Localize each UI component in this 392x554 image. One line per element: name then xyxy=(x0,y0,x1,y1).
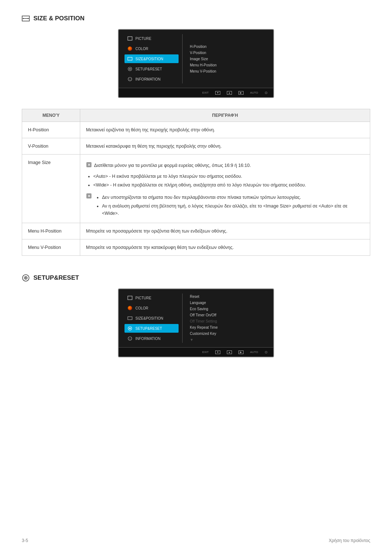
desc-cell: ✕ Διατίθεται μόνον για τα μοντέλα με φορ… xyxy=(80,155,370,223)
monitor-item-label: SIZE&POSITION xyxy=(135,57,163,61)
table-row: V-Position Μετακινεί κατακόρυφα τη θέση … xyxy=(22,138,370,155)
monitor-item-label: INFORMATION xyxy=(135,77,160,81)
note-sub-list: Δεν υποστηρίζονται τα σήματα που δεν περ… xyxy=(95,194,364,218)
note-icon-2: ✕ xyxy=(86,193,92,201)
monitor-info-icon: i xyxy=(127,77,132,82)
svg-text:i: i xyxy=(130,78,130,81)
auto-button2: AUTO xyxy=(250,350,258,354)
section1-title-text: SIZE & POSITION xyxy=(33,15,85,22)
monitor-item-label: SIZE&POSITION xyxy=(135,316,163,320)
menu-cell: Image Size xyxy=(22,155,80,223)
svg-rect-4 xyxy=(128,37,132,40)
monitor-menu-item-color: COLOR xyxy=(124,44,179,53)
size-position-icon xyxy=(22,15,30,22)
nav-right-button2: ▶ xyxy=(238,350,244,354)
btn-box: ▼ xyxy=(215,91,220,95)
note-block-1: ✕ Διατίθεται μόνον για τα μοντέλα με φορ… xyxy=(86,162,364,170)
monitor-option: Off Timer Setting xyxy=(190,319,268,323)
section2-title-text: SETUP&RESET xyxy=(33,274,79,282)
monitor-option: Customized Key xyxy=(190,332,268,336)
section2-title: SETUP&RESET xyxy=(22,274,370,282)
table-row: Menu H-Position Μπορείτε να προσαρμόσετε… xyxy=(22,223,370,239)
page-footer: 3-5 Χρήση του προϊόντος xyxy=(22,538,370,543)
monitor-option: V-Position xyxy=(190,51,268,55)
note-block-2: ✕ Δεν υποστηρίζονται τα σήματα που δεν π… xyxy=(86,192,364,218)
size-position-table: ΜΕΝΟ'Υ ΠΕΡΙΓΡΑΦΉ H-Position Μετακινεί ορ… xyxy=(22,109,370,256)
monitor-display-2: PICTURE COLOR xyxy=(118,288,274,357)
desc-cell: Μετακινεί κατακόρυφα τη θέση της περιοχή… xyxy=(80,138,370,155)
monitor-screenshot-2: PICTURE COLOR xyxy=(22,288,370,357)
section-size-position: SIZE & POSITION PICTURE xyxy=(22,15,370,256)
monitor-size-icon: ↔ xyxy=(127,56,132,61)
col-header-desc: ΠΕΡΙΓΡΑΦΉ xyxy=(80,109,370,122)
nav-up-button: ▲ xyxy=(227,91,232,95)
monitor-menu-item-setup2: SETUP&RESET xyxy=(124,324,179,333)
list-item: <Wide> - Η εικόνα προβάλλεται σε πλήρη ο… xyxy=(93,181,364,189)
monitor-size-icon2 xyxy=(127,316,132,321)
svg-rect-20 xyxy=(128,296,132,300)
monitor-setup-icon xyxy=(127,66,132,71)
note-text-1: Διατίθεται μόνον για τα μοντέλα με φορμά… xyxy=(94,162,251,169)
monitor-option: Image Size xyxy=(190,57,268,61)
monitor-option: Eco Saving xyxy=(190,307,268,311)
svg-rect-21 xyxy=(128,317,132,320)
svg-text:✕: ✕ xyxy=(87,194,90,198)
btn-box: ▲ xyxy=(227,91,232,95)
monitor-menu-right-1: H-Position V-Position Image Size Menu H-… xyxy=(183,34,268,83)
monitor-menu-item-setup: SETUP&RESET xyxy=(124,65,179,73)
image-size-bullets: <Auto> - Η εικόνα προβάλλεται με το λόγο… xyxy=(86,173,364,189)
monitor-menu-item-picture: PICTURE xyxy=(124,34,179,43)
footer-text: Χρήση του προϊόντος xyxy=(329,538,370,543)
monitor-menu-item-picture2: PICTURE xyxy=(124,294,179,302)
monitor-item-label: PICTURE xyxy=(135,37,151,41)
setup-reset-icon xyxy=(22,274,30,282)
monitor-bottom-bar-2: EXIT ▼ ▲ ▶ AUTO ⊙ xyxy=(119,347,273,357)
monitor-color-icon2 xyxy=(127,305,132,311)
monitor-menu-item-info: i INFORMATION xyxy=(124,75,179,83)
svg-point-23 xyxy=(129,328,131,329)
monitor-menu-item-info2: i INFORMATION xyxy=(124,334,179,343)
note-block-2-inner: ✕ Δεν υποστηρίζονται τα σήματα που δεν π… xyxy=(86,192,364,218)
monitor-option: Language xyxy=(190,301,268,305)
svg-point-10 xyxy=(129,68,131,70)
confirm-button2: ⊙ xyxy=(265,350,268,354)
svg-text:↔: ↔ xyxy=(129,58,131,60)
monitor-option: Off Timer On/Off xyxy=(190,313,268,317)
table-row: H-Position Μετακινεί οριζόντια τη θέση τ… xyxy=(22,122,370,138)
monitor-menu-right-2: Reset Language Eco Saving Off Timer On/O… xyxy=(183,294,268,343)
monitor-option: Reset xyxy=(190,295,268,299)
table-row: Image Size ✕ Διατίθεται μόνον για τα μον… xyxy=(22,155,370,223)
monitor-screenshot-1: PICTURE COLOR ↔ xyxy=(22,29,370,98)
section1-title: SIZE & POSITION xyxy=(22,15,370,22)
monitor-bottom-bar-1: EXIT ▼ ▲ ▶ AUTO ⊙ xyxy=(119,88,273,97)
nav-right-button: ▶ xyxy=(238,91,244,95)
exit-button: EXIT xyxy=(202,91,209,94)
monitor-menu-left-2: PICTURE COLOR xyxy=(124,294,183,343)
menu-cell: V-Position xyxy=(22,138,80,155)
desc-cell: Μπορείτε να προσαρμόσετε την κατακόρυφη … xyxy=(80,239,370,256)
monitor-display-1: PICTURE COLOR ↔ xyxy=(118,29,274,98)
menu-cell: Menu H-Position xyxy=(22,223,80,239)
desc-cell: Μετακινεί οριζόντια τη θέση της περιοχής… xyxy=(80,122,370,138)
monitor-option: H-Position xyxy=(190,45,268,49)
confirm-button: ⊙ xyxy=(265,91,268,95)
monitor-item-label: PICTURE xyxy=(135,296,151,300)
monitor-info-icon2: i xyxy=(127,336,132,341)
list-item: <Auto> - Η εικόνα προβάλλεται με το λόγο… xyxy=(93,173,364,180)
list-item: Δεν υποστηρίζονται τα σήματα που δεν περ… xyxy=(102,194,364,201)
monitor-option: ▼ xyxy=(190,338,268,342)
btn-box: ▼ xyxy=(215,350,220,354)
table-row: Menu V-Position Μπορείτε να προσαρμόσετε… xyxy=(22,239,370,256)
auto-button: AUTO xyxy=(250,91,258,94)
monitor-item-label: INFORMATION xyxy=(135,337,160,341)
monitor-menu-left-1: PICTURE COLOR ↔ xyxy=(124,34,183,83)
nav-up-button2: ▲ xyxy=(227,350,232,354)
menu-cell: Menu V-Position xyxy=(22,239,80,256)
monitor-menu-item-size2: SIZE&POSITION xyxy=(124,314,179,323)
btn-box: ▶ xyxy=(238,91,244,95)
note-icon-1: ✕ xyxy=(86,162,92,170)
svg-text:i: i xyxy=(130,337,130,340)
monitor-option: Menu H-Position xyxy=(190,63,268,67)
monitor-option: Key Repeat Time xyxy=(190,325,268,329)
btn-box: ▶ xyxy=(238,350,244,354)
